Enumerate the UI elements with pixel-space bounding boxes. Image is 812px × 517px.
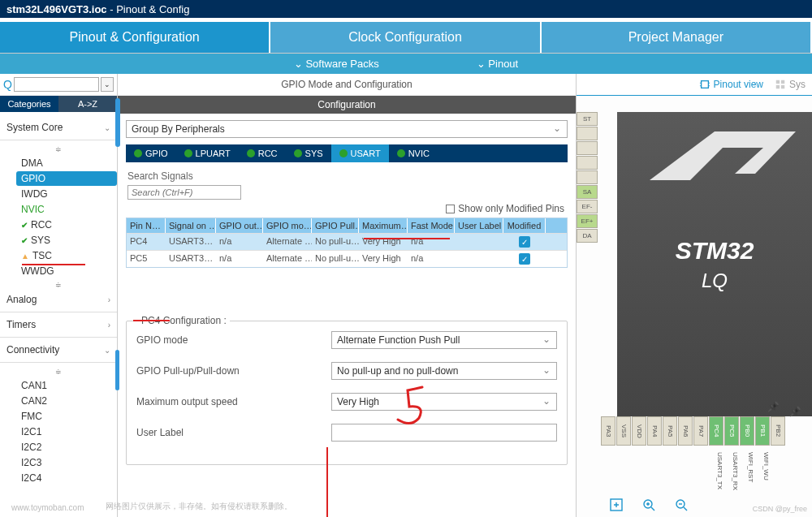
- ptab-sys[interactable]: SYS: [286, 144, 331, 162]
- pull-label: GPIO Pull-up/Pull-down: [136, 365, 331, 377]
- col-max[interactable]: Maximum…: [359, 218, 408, 233]
- zoom-out-icon[interactable]: [674, 498, 689, 515]
- expand-icon[interactable]: [609, 498, 624, 515]
- section-analog[interactable]: Analog ›: [0, 291, 117, 308]
- search-dropdown-icon[interactable]: ⌄: [101, 77, 114, 92]
- chevron-down-icon: ⌄: [104, 346, 110, 355]
- tab-pinout[interactable]: Pinout & Configuration: [0, 22, 270, 53]
- item-fmc[interactable]: FMC: [16, 409, 117, 424]
- search-icon[interactable]: Q: [3, 78, 12, 91]
- item-can1[interactable]: CAN1: [16, 378, 117, 393]
- speed-select[interactable]: Very High: [331, 393, 557, 411]
- section-system-core[interactable]: System Core ⌄: [0, 118, 117, 136]
- chip-pin[interactable]: PB0: [740, 416, 754, 446]
- system-view-button[interactable]: Sys: [775, 79, 806, 90]
- pin-config-form: PC4 Configuration : GPIO mode Alternate …: [126, 321, 568, 465]
- item-dma[interactable]: DMA: [16, 156, 117, 170]
- ptab-lpuart[interactable]: LPUART: [176, 144, 239, 162]
- chip-pin[interactable]: [577, 127, 598, 140]
- col-fast[interactable]: Fast Mode: [408, 218, 455, 233]
- scroll-indicator2[interactable]: [115, 350, 119, 390]
- chip-pin[interactable]: PA6: [678, 416, 693, 446]
- ptab-usart[interactable]: USART: [331, 144, 389, 162]
- item-i2c2[interactable]: I2C2: [16, 440, 117, 455]
- col-signal[interactable]: Signal on …: [166, 218, 216, 233]
- section-timers[interactable]: Timers ›: [0, 316, 117, 334]
- tab-clock[interactable]: Clock Configuration: [270, 22, 541, 53]
- chip-pin[interactable]: EF-: [577, 200, 598, 213]
- chip-pin[interactable]: ST: [577, 112, 598, 126]
- user-label-input[interactable]: [331, 424, 557, 442]
- item-wwdg[interactable]: WWDG: [16, 264, 117, 278]
- item-sys[interactable]: ✔SYS: [16, 233, 117, 248]
- col-mode[interactable]: GPIO mo…: [263, 218, 312, 233]
- warn-icon: ▲: [21, 252, 29, 261]
- show-modified-checkbox[interactable]: [446, 205, 455, 213]
- item-tsc[interactable]: ▲TSC: [16, 248, 117, 263]
- chip-pin[interactable]: PA4: [647, 416, 662, 446]
- item-i2c4[interactable]: I2C4: [16, 471, 117, 485]
- chip-pin[interactable]: VSS: [616, 416, 631, 446]
- pull-select[interactable]: No pull-up and no pull-down: [331, 362, 557, 380]
- chip-pin[interactable]: [577, 170, 598, 184]
- chip-pin[interactable]: SA: [577, 185, 598, 199]
- col-out[interactable]: GPIO out…: [216, 218, 263, 233]
- panel-search-input[interactable]: [14, 77, 99, 92]
- item-iwdg[interactable]: IWDG: [16, 187, 117, 201]
- chip-pin[interactable]: PA3: [601, 416, 615, 446]
- chip-area[interactable]: STSAEF-EF+DA STM32 LQ PA3VSSVDDPA4PA5PA6…: [577, 96, 812, 517]
- col-pin[interactable]: Pin N…: [127, 218, 166, 233]
- tab-categories[interactable]: Categories: [0, 96, 58, 112]
- chip-pin[interactable]: DA: [577, 229, 598, 243]
- annotation-5: [390, 382, 438, 439]
- gpio-mode-select[interactable]: Alternate Function Push Pull: [331, 331, 557, 349]
- chip-pin[interactable]: [577, 156, 598, 170]
- item-i2c3[interactable]: I2C3: [16, 455, 117, 470]
- chip-pin[interactable]: PC4: [709, 416, 723, 446]
- col-pull[interactable]: GPIO Pull…: [312, 218, 359, 233]
- updown-icon[interactable]: ≑: [0, 366, 117, 377]
- item-gpio[interactable]: GPIO: [16, 171, 117, 186]
- chip-pin[interactable]: EF+: [577, 214, 598, 228]
- updown-icon[interactable]: ≑: [0, 144, 117, 155]
- section-label: System Core: [6, 122, 63, 133]
- chip-pin[interactable]: PB2: [771, 416, 785, 446]
- chip-pin[interactable]: PC5: [724, 416, 739, 446]
- chip-pin[interactable]: VDD: [632, 416, 646, 446]
- chip-pin[interactable]: PA5: [663, 416, 677, 446]
- zoom-in-icon[interactable]: [641, 498, 656, 515]
- pin-label: [771, 449, 785, 514]
- updown-icon[interactable]: ≑: [0, 279, 117, 291]
- item-nvic[interactable]: NVIC: [16, 202, 117, 217]
- chip-pin[interactable]: PB1: [755, 416, 770, 446]
- left-panel: Q ⌄ Categories A->Z System Core ⌄ ≑ DMA …: [0, 74, 118, 517]
- grid-row[interactable]: PC5 USART3… n/a Alternate … No pull-u… V…: [127, 250, 567, 267]
- ptab-rcc[interactable]: RCC: [239, 144, 286, 162]
- check-icon: ✔: [21, 221, 28, 230]
- item-can2[interactable]: CAN2: [16, 394, 117, 408]
- pin-label: [693, 449, 708, 514]
- chip-pin[interactable]: [577, 141, 598, 155]
- pushpin-icon[interactable]: [789, 406, 804, 420]
- left-tab-switch: Categories A->Z: [0, 96, 117, 112]
- pinout-view-button[interactable]: Pinout view: [699, 79, 763, 90]
- annotation-line: [133, 320, 170, 321]
- grid-row[interactable]: PC4 USART3… n/a Alternate … No pull-u… V…: [127, 233, 567, 250]
- group-by-select[interactable]: Group By Peripherals: [126, 120, 568, 138]
- ptab-gpio[interactable]: GPIO: [126, 144, 176, 162]
- chip-pin[interactable]: PA7: [693, 416, 708, 446]
- pushpin-icon[interactable]: [767, 401, 782, 416]
- software-packs-menu[interactable]: Software Packs: [294, 58, 379, 70]
- annotation-line: [22, 264, 85, 265]
- tab-project[interactable]: Project Manager: [542, 22, 812, 53]
- tab-az[interactable]: A->Z: [58, 96, 117, 112]
- search-signals-input[interactable]: [127, 185, 241, 200]
- col-user[interactable]: User Label: [455, 218, 503, 233]
- section-connectivity[interactable]: Connectivity ⌄: [0, 341, 117, 359]
- col-mod[interactable]: Modified: [503, 218, 546, 233]
- item-i2c1[interactable]: I2C1: [16, 424, 117, 439]
- item-rcc[interactable]: ✔RCC: [16, 218, 117, 232]
- ptab-nvic[interactable]: NVIC: [389, 144, 438, 162]
- scroll-indicator[interactable]: [115, 98, 120, 147]
- pinout-menu[interactable]: Pinout: [477, 58, 519, 70]
